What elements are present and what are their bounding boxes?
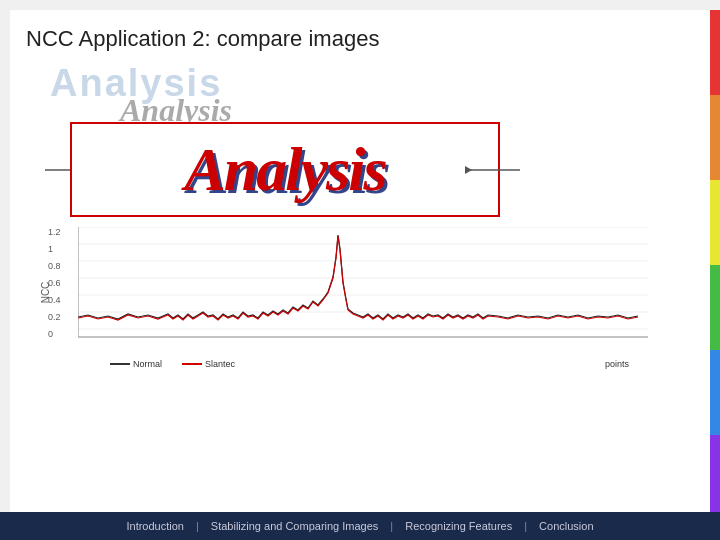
strip-orange [710,95,720,180]
strip-purple [710,435,720,520]
analysis-area: Analysis Analysis Analysis NCC [40,62,680,362]
strip-green [710,265,720,350]
legend-line-slanted [182,363,202,365]
analysis-label-3: Analysis [184,134,385,205]
main-content: NCC Application 2: compare images Analys… [10,10,710,520]
arrow-right [465,162,525,178]
strip-yellow [710,180,720,265]
svg-marker-3 [465,166,472,174]
strip-blue [710,350,720,435]
legend-line-normal [110,363,130,365]
strip-red [710,10,720,95]
chart-svg [78,227,658,357]
legend-slanted: Slantec [182,359,235,369]
chart-container: NCC 1.2 1 0.8 0.6 0.4 0.2 0 [40,227,680,382]
analysis-box: Analysis [70,122,500,217]
chart-x-label: points [605,359,629,369]
nav-stabilizing[interactable]: Stabilizing and Comparing Images [199,520,391,532]
nav-conclusion[interactable]: Conclusion [527,520,605,532]
color-strips [710,10,720,520]
nav-introduction[interactable]: Introduction [114,520,195,532]
nav-bar: Introduction | Stabilizing and Comparing… [0,512,720,540]
nav-recognizing[interactable]: Recognizing Features [393,520,524,532]
legend-normal: Normal [110,359,162,369]
page-title: NCC Application 2: compare images [26,26,694,52]
